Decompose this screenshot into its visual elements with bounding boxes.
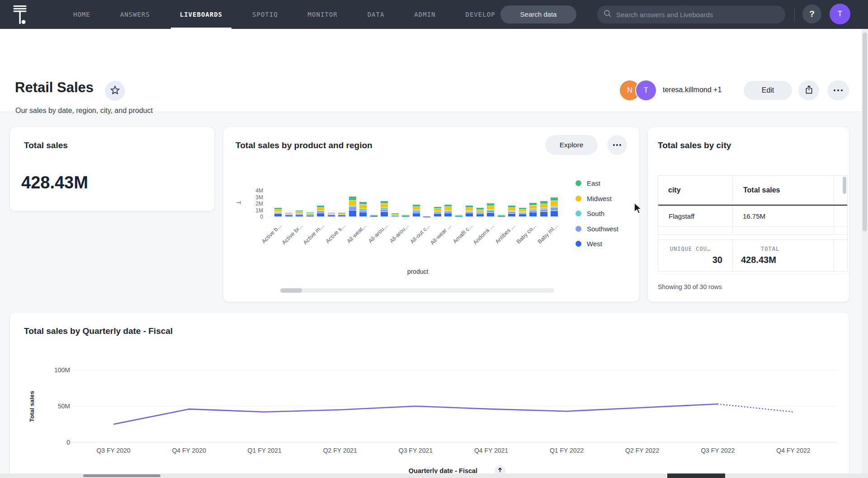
bar-ytick: 0 xyxy=(241,214,263,220)
bar-segment-east xyxy=(338,213,345,213)
more-menu-button[interactable] xyxy=(827,80,849,100)
explore-button[interactable]: Explore xyxy=(545,135,598,155)
line-xtick: Q4 FY 2021 xyxy=(460,447,523,454)
line-ytick: 100M xyxy=(33,366,70,374)
bar-segment-midwest xyxy=(338,213,345,214)
bar-segment-south xyxy=(508,211,515,211)
page-horizontal-scrollbar[interactable] xyxy=(0,473,868,478)
star-icon xyxy=(110,85,120,97)
favorite-star-button[interactable] xyxy=(105,81,125,101)
bar-segment-west xyxy=(476,214,484,216)
bar-segment-west xyxy=(487,213,494,216)
bar-segment-east xyxy=(444,205,452,206)
line-xtick: Q4 FY 2020 xyxy=(157,447,221,454)
bar-segment-midwest xyxy=(296,212,303,213)
legend-label: Midwest xyxy=(587,195,612,202)
nav-tab-answers[interactable]: ANSWERS xyxy=(111,0,159,29)
bar-segment-west xyxy=(434,214,441,216)
bar-scrollbar-thumb[interactable] xyxy=(280,288,302,293)
search-data-button[interactable]: Search data xyxy=(500,5,576,23)
page-title: Retail Sales xyxy=(15,80,94,96)
bar-segment-south xyxy=(392,215,399,216)
table-row[interactable]: Flagstaff16.75M xyxy=(658,206,847,227)
bar-card-title: Total sales by product and region xyxy=(236,141,373,150)
nav-tab-admin[interactable]: ADMIN xyxy=(405,0,444,29)
user-avatar[interactable]: T xyxy=(830,4,850,24)
table-card-total-sales-by-city: Total sales by city city Total sales Fla… xyxy=(648,127,849,302)
page-subtitle: Our sales by date, region, city, and pro… xyxy=(15,107,153,115)
nav-tab-spotiq[interactable]: SPOTIQ xyxy=(243,0,287,29)
legend-item-south[interactable]: South xyxy=(576,210,604,217)
top-nav: HOMEANSWERSLIVEBOARDSSPOTIQMONITORDATAAD… xyxy=(0,0,868,29)
bar-segment-southwest xyxy=(487,211,494,212)
legend-item-east[interactable]: East xyxy=(576,179,600,187)
search-input[interactable] xyxy=(616,11,779,19)
bar-segment-west xyxy=(413,213,420,216)
bar-segment-east xyxy=(540,201,547,204)
bar-product-label: All-arou... xyxy=(346,223,389,266)
bar-segment-midwest xyxy=(381,204,388,207)
bar-scrollbar-track[interactable] xyxy=(280,288,554,293)
bar-product-label: All-arou... xyxy=(367,223,410,266)
cell-total-sales: 16.75M xyxy=(733,206,834,226)
bar-segment-east xyxy=(519,208,526,209)
bar-segment-east xyxy=(434,207,441,208)
bar-segment-midwest xyxy=(413,207,420,210)
table-row-partial[interactable] xyxy=(658,227,847,235)
bar-product-label: Active s... xyxy=(303,223,346,266)
bar-segment-midwest xyxy=(476,210,484,212)
bar-product-label: Active m... xyxy=(282,223,325,266)
bar-segment-midwest xyxy=(455,215,462,216)
page-horizontal-scrollbar-thumb[interactable] xyxy=(83,474,160,477)
thoughtspot-logo[interactable] xyxy=(12,4,29,27)
bar-segment-east xyxy=(455,215,462,216)
data-table[interactable]: city Total sales Flagstaff16.75M UNIQUE … xyxy=(658,175,848,272)
nav-tab-home[interactable]: HOME xyxy=(64,0,99,29)
legend-item-midwest[interactable]: Midwest xyxy=(576,195,612,202)
bar-segment-south xyxy=(529,209,537,210)
nav-tab-liveboards[interactable]: LIVEBOARDS xyxy=(171,0,231,29)
legend-item-west[interactable]: West xyxy=(576,240,602,248)
bar-product-label: Baby ml... xyxy=(516,223,559,266)
column-header-total-sales[interactable]: Total sales xyxy=(733,176,834,205)
bar-segment-west xyxy=(392,216,399,216)
bar-segment-south xyxy=(551,206,558,208)
bar-segment-midwest xyxy=(444,207,452,210)
collaborator-avatar-t[interactable]: T xyxy=(636,80,656,100)
column-header-city[interactable]: city xyxy=(658,176,733,205)
bar-product-label: All-wear ... xyxy=(410,223,453,266)
bar-segment-southwest xyxy=(338,215,345,216)
line-xtick: Q3 FY 2022 xyxy=(686,447,750,454)
table-vertical-scrollbar[interactable] xyxy=(843,177,846,194)
bar-segment-south xyxy=(402,216,409,216)
global-search[interactable] xyxy=(597,5,785,23)
bar-segment-west xyxy=(551,211,558,216)
legend-item-southwest[interactable]: Southwest xyxy=(576,225,618,233)
bar-segment-south xyxy=(466,211,473,211)
table-summary-row: UNIQUE COU… 30 TOTAL 428.43M xyxy=(658,239,847,271)
bar-segment-south xyxy=(444,211,452,211)
help-button[interactable]: ? xyxy=(802,5,821,23)
progress-marker xyxy=(667,473,725,478)
legend-label: West xyxy=(587,240,602,248)
edit-button[interactable]: Edit xyxy=(744,81,792,100)
nav-tab-develop[interactable]: DEVELOP xyxy=(457,0,505,29)
bar-xaxis-title: product xyxy=(373,268,463,275)
bar-segment-midwest xyxy=(434,209,441,211)
cell-city: Flagstaff xyxy=(658,206,733,226)
share-button[interactable] xyxy=(798,80,819,100)
legend-dot xyxy=(576,211,581,216)
page-vertical-scrollbar[interactable] xyxy=(862,29,868,473)
bar-segment-southwest xyxy=(285,215,292,216)
nav-tab-monitor[interactable]: MONITOR xyxy=(299,0,347,29)
bar-segment-west xyxy=(381,212,388,216)
nav-tab-data[interactable]: DATA xyxy=(359,0,394,29)
page-vertical-scrollbar-thumb[interactable] xyxy=(863,33,867,231)
bar-segment-midwest xyxy=(274,210,282,211)
bar-segment-east xyxy=(381,201,388,203)
more-icon xyxy=(613,144,615,146)
bar-card-more-button[interactable] xyxy=(607,135,627,155)
bar-segment-midwest xyxy=(508,208,515,211)
bar-segment-southwest xyxy=(529,211,537,212)
bar-segment-east xyxy=(274,208,282,209)
